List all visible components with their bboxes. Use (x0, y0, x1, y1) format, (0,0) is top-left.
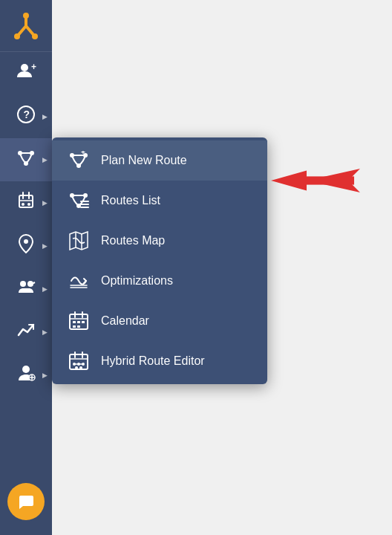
plan-new-route-icon: + (67, 150, 91, 171)
svg-point-17 (24, 239, 28, 244)
svg-point-55 (75, 366, 78, 369)
svg-text:?: ? (24, 108, 30, 120)
svg-text:+: + (31, 62, 36, 72)
calendar-label: Calendar (101, 314, 149, 328)
svg-rect-44 (77, 321, 80, 323)
sidebar-bottom (0, 483, 52, 535)
svg-point-56 (79, 366, 82, 369)
optimizations-icon (67, 270, 91, 291)
svg-point-6 (21, 64, 28, 71)
chat-button[interactable] (7, 483, 45, 520)
sidebar-item-add-customer[interactable]: + (0, 52, 52, 95)
sidebar-item-tracking[interactable]: ▶ (0, 224, 52, 268)
arrow-indicator (271, 162, 360, 199)
svg-rect-48 (70, 354, 88, 369)
users-icon (16, 363, 36, 388)
routes-list-label: Routes List (101, 194, 160, 207)
svg-point-18 (20, 281, 26, 287)
svg-point-20 (22, 366, 30, 373)
help-chevron-icon: ▶ (42, 113, 48, 120)
routes-chevron-icon: ▶ (42, 156, 48, 163)
svg-rect-13 (19, 195, 33, 207)
hybrid-route-editor-icon (67, 351, 91, 372)
svg-point-16 (27, 203, 30, 206)
sidebar: + ? ▶ ▶ (0, 0, 52, 535)
svg-rect-43 (73, 321, 76, 323)
sidebar-item-users[interactable]: ▶ (0, 354, 52, 397)
tracking-icon (16, 233, 36, 259)
menu-item-plan-new-route[interactable]: + Plan New Route (52, 140, 267, 181)
calendar-icon (67, 311, 91, 331)
svg-rect-46 (73, 325, 76, 328)
sidebar-item-routes[interactable]: ▶ (0, 138, 52, 181)
svg-rect-47 (77, 325, 80, 328)
fleet-chevron-icon: ▶ (42, 285, 48, 293)
svg-point-15 (22, 203, 24, 206)
hybrid-route-editor-label: Hybrid Route Editor (101, 354, 205, 368)
help-icon: ? (16, 105, 36, 129)
orders-icon (16, 191, 36, 215)
menu-item-routes-map[interactable]: Routes Map (52, 221, 267, 261)
sidebar-item-fleet[interactable]: ▶ (0, 268, 52, 311)
add-customer-icon: + (16, 61, 36, 86)
routes-icon (16, 147, 36, 172)
svg-rect-58 (307, 176, 354, 184)
plan-new-route-label: Plan New Route (101, 154, 187, 167)
sidebar-item-analytics[interactable]: ▶ (0, 311, 52, 354)
menu-item-calendar[interactable]: Calendar (52, 301, 267, 341)
routes-dropdown-menu: + Plan New Route Routes List (52, 137, 267, 384)
menu-item-hybrid-route-editor[interactable]: Hybrid Route Editor (52, 341, 267, 381)
svg-text:+: + (81, 151, 85, 156)
svg-point-5 (32, 33, 38, 39)
analytics-icon (16, 320, 36, 344)
routes-list-icon (67, 190, 91, 211)
menu-item-optimizations[interactable]: Optimizations (52, 261, 267, 301)
routes-map-icon (67, 230, 91, 251)
users-chevron-icon: ▶ (42, 372, 48, 379)
tracking-chevron-icon: ▶ (42, 242, 48, 250)
svg-point-3 (23, 13, 29, 19)
svg-rect-45 (82, 321, 85, 323)
optimizations-label: Optimizations (101, 274, 173, 288)
routes-map-label: Routes Map (101, 234, 165, 247)
svg-point-4 (14, 33, 20, 39)
orders-chevron-icon: ▶ (42, 199, 48, 207)
sidebar-logo[interactable] (0, 0, 52, 52)
analytics-chevron-icon: ▶ (42, 328, 48, 336)
fleet-icon (16, 276, 36, 302)
svg-marker-59 (271, 170, 307, 190)
sidebar-item-orders[interactable]: ▶ (0, 181, 52, 224)
sidebar-item-help[interactable]: ? ▶ (0, 95, 52, 138)
menu-item-routes-list[interactable]: Routes List (52, 181, 267, 221)
